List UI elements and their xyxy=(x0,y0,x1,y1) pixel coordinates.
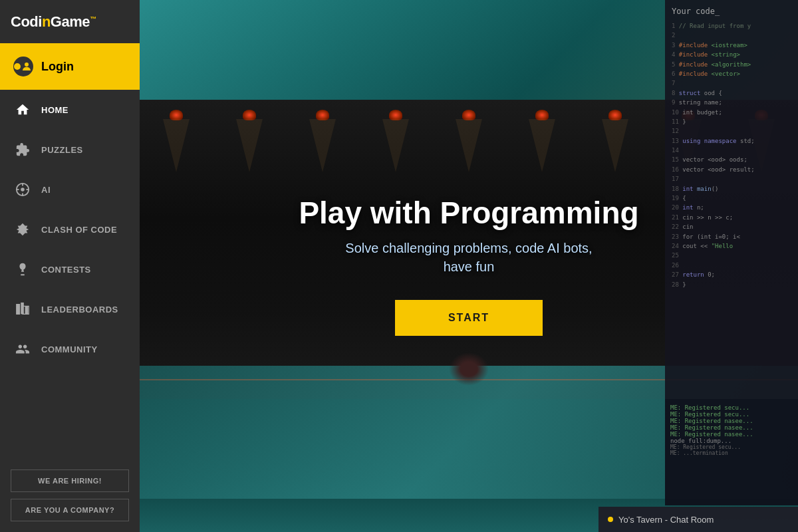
login-button[interactable]: Login xyxy=(0,43,140,90)
hero-subtitle: Solve challenging problems, code AI bots… xyxy=(345,239,592,276)
logo-trademark: ™ xyxy=(90,15,96,22)
hero-overlay: Play with Programming Solve challenging … xyxy=(140,0,798,532)
svg-rect-9 xyxy=(25,306,29,314)
sidebar-item-contests[interactable]: CONTESTS xyxy=(0,249,140,289)
sidebar-item-puzzles-label: PUZZLES xyxy=(41,145,83,155)
hero-subtitle-line1: Solve challenging problems, code AI bots… xyxy=(345,241,592,255)
login-label: Login xyxy=(41,60,74,74)
company-button[interactable]: ARE YOU A COMPANY? xyxy=(11,499,129,521)
home-icon xyxy=(13,100,32,119)
puzzle-icon xyxy=(13,140,32,159)
logo-text-game: Game xyxy=(51,13,90,30)
hero-title: Play with Programming xyxy=(299,196,638,230)
sidebar-item-community[interactable]: COMMUNITY xyxy=(0,329,140,369)
sidebar-bottom: WE ARE HIRING! ARE YOU A COMPANY? xyxy=(0,459,140,532)
sidebar-item-home[interactable]: HOME xyxy=(0,90,140,130)
hiring-button[interactable]: WE ARE HIRING! xyxy=(11,469,129,492)
contests-icon xyxy=(13,260,32,279)
sidebar-item-ai-label: AI xyxy=(41,185,51,195)
sidebar-item-puzzles[interactable]: PUZZLES xyxy=(0,130,140,170)
chat-dot-icon xyxy=(608,517,613,522)
sidebar-item-clash-label: CLASH OF CODE xyxy=(41,225,117,235)
sidebar-nav: HOME PUZZLES AI xyxy=(0,90,140,369)
chat-bar[interactable]: Yo's Tavern - Chat Room xyxy=(598,507,798,532)
sidebar-item-leaderboards-label: LEADERBOARDS xyxy=(41,305,118,315)
sidebar-item-ai[interactable]: AI xyxy=(0,170,140,209)
sidebar-item-contests-label: CONTESTS xyxy=(41,265,91,275)
community-icon xyxy=(13,340,32,358)
clash-icon xyxy=(13,220,32,239)
logo-area: CodinGame™ xyxy=(0,0,140,43)
login-avatar-icon xyxy=(13,57,33,76)
svg-point-0 xyxy=(25,63,29,66)
hero-subtitle-line2: have fun xyxy=(444,259,495,274)
sidebar-item-community-label: COMMUNITY xyxy=(41,344,98,354)
logo: CodinGame™ xyxy=(11,13,96,31)
svg-rect-8 xyxy=(21,303,24,314)
sidebar-item-leaderboards[interactable]: LEADERBOARDS xyxy=(0,289,140,329)
sidebar: CodinGame™ Login HOME xyxy=(0,0,140,532)
logo-text-n: n xyxy=(42,13,51,30)
chat-room-name: Yo's Tavern - Chat Room xyxy=(618,515,714,525)
sidebar-item-clash[interactable]: CLASH OF CODE xyxy=(0,209,140,249)
leaderboard-icon xyxy=(13,300,32,319)
logo-text-cod: Codi xyxy=(11,13,42,30)
sidebar-item-home-label: HOME xyxy=(41,105,68,115)
main-content: Your code_ 1 // Read input from y 2 3 #i… xyxy=(140,0,798,532)
svg-point-2 xyxy=(21,188,25,192)
user-icon xyxy=(21,61,33,72)
svg-rect-7 xyxy=(17,305,20,315)
ai-icon xyxy=(13,180,32,199)
start-button[interactable]: START xyxy=(395,300,543,336)
